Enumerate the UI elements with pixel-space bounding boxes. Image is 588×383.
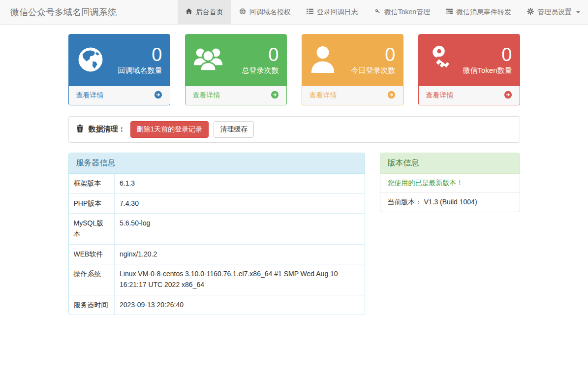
- row-label: 操作系统: [69, 264, 115, 295]
- view-details-link[interactable]: 查看详情: [302, 86, 403, 105]
- nav-item-admin-settings[interactable]: 管理员设置: [519, 0, 588, 24]
- nav-item-label: 微信Token管理: [384, 8, 430, 17]
- clear-cache-button[interactable]: 清理缓存: [214, 121, 254, 138]
- stat-label: 回调域名数量: [118, 66, 162, 75]
- stats-row: 0 回调域名数量 查看详情 0 总登录次数: [68, 34, 520, 105]
- users-icon: [193, 46, 223, 75]
- nav-item-dashboard[interactable]: 后台首页: [178, 0, 231, 24]
- nav-item-label: 管理员设置: [537, 8, 572, 17]
- row-value: nginx/1.20.2: [115, 244, 365, 264]
- info-row: 服务器信息 框架版本 6.1.3 PHP版本 7.4.30 MySQL版本 5.…: [68, 153, 520, 316]
- stat-panel-wechat-tokens: 0 微信Token数量 查看详情: [418, 34, 520, 105]
- server-info-title: 服务器信息: [69, 153, 365, 174]
- stat-label: 总登录次数: [242, 66, 279, 75]
- stat-value: 0: [351, 45, 396, 65]
- server-info-table: 框架版本 6.1.3 PHP版本 7.4.30 MySQL版本 5.6.50-l…: [69, 174, 365, 315]
- view-details-link[interactable]: 查看详情: [69, 86, 170, 105]
- arrow-circle-right-icon: [154, 91, 162, 100]
- stat-right: 0 总登录次数: [242, 45, 279, 76]
- stat-right: 0 微信Token数量: [463, 45, 512, 76]
- gear-icon: [527, 8, 534, 16]
- nav-item-label: 回调域名授权: [249, 8, 291, 17]
- table-row: 服务器时间 2023-09-13 20:26:40: [69, 295, 365, 315]
- view-details-label: 查看详情: [426, 91, 454, 100]
- top-navbar: 微信公众号多域名回调系统 后台首页 回调域名授权 登录回调日志 微信Token管…: [0, 0, 588, 25]
- globe-icon: [239, 8, 246, 16]
- stat-panel-callback-domains: 0 回调域名数量 查看详情: [68, 34, 170, 105]
- arrow-circle-right-icon: [271, 91, 279, 100]
- stat-value: 0: [118, 45, 162, 65]
- stat-right: 0 回调域名数量: [118, 45, 162, 76]
- row-label: MySQL版本: [69, 214, 115, 244]
- cleanup-label: 数据清理：: [89, 125, 125, 134]
- stat-heading: 0 今日登录次数: [302, 34, 403, 86]
- nav-item-label: 微信消息事件转发: [456, 8, 511, 17]
- stat-heading: 0 总登录次数: [186, 34, 286, 86]
- stat-label: 今日登录次数: [351, 66, 396, 75]
- arrow-circle-right-icon: [504, 91, 512, 100]
- row-label: 框架版本: [69, 174, 115, 193]
- key-icon: [426, 45, 456, 76]
- globe-icon: [76, 45, 105, 75]
- table-row: 操作系统 Linux VM-0-8-centos 3.10.0-1160.76.…: [69, 264, 365, 295]
- view-details-label: 查看详情: [76, 91, 104, 100]
- stat-label: 微信Token数量: [463, 66, 512, 75]
- nav-item-domain-auth[interactable]: 回调域名授权: [231, 0, 299, 24]
- home-icon: [186, 8, 192, 16]
- server-info-panel: 服务器信息 框架版本 6.1.3 PHP版本 7.4.30 MySQL版本 5.…: [68, 153, 365, 316]
- page-content: 0 回调域名数量 查看详情 0 总登录次数: [61, 34, 527, 315]
- row-value: Linux VM-0-8-centos 3.10.0-1160.76.1.el7…: [115, 264, 365, 295]
- arrow-circle-right-icon: [387, 91, 396, 100]
- table-row: WEB软件 nginx/1.20.2: [69, 244, 365, 264]
- tasks-icon: [446, 8, 453, 16]
- table-row: 框架版本 6.1.3: [69, 174, 365, 193]
- stat-heading: 0 回调域名数量: [69, 34, 170, 86]
- stat-panel-total-logins: 0 总登录次数 查看详情: [185, 34, 287, 105]
- version-latest-text: 您使用的已是最新版本！: [380, 174, 520, 193]
- nav-item-token-manage[interactable]: 微信Token管理: [366, 0, 438, 24]
- row-label: WEB软件: [69, 244, 115, 264]
- list-icon: [307, 8, 313, 16]
- view-details-link[interactable]: 查看详情: [186, 86, 286, 105]
- row-value: 6.1.3: [115, 174, 365, 193]
- stat-value: 0: [463, 45, 512, 65]
- key-icon: [374, 8, 381, 16]
- version-current-text: 当前版本： V1.3 (Build 1004): [380, 193, 520, 212]
- stat-value: 0: [242, 45, 279, 65]
- nav-item-label: 登录回调日志: [317, 8, 358, 17]
- nav-item-label: 后台首页: [196, 8, 223, 17]
- view-details-link[interactable]: 查看详情: [419, 86, 520, 105]
- row-value: 7.4.30: [115, 193, 365, 214]
- stat-heading: 0 微信Token数量: [419, 34, 520, 86]
- row-label: PHP版本: [69, 193, 115, 214]
- nav-item-login-log[interactable]: 登录回调日志: [299, 0, 366, 24]
- row-label: 服务器时间: [69, 295, 115, 315]
- user-icon: [309, 45, 336, 75]
- brand-title[interactable]: 微信公众号多域名回调系统: [3, 0, 124, 24]
- chevron-down-icon: [576, 11, 580, 13]
- nav-item-msg-forward[interactable]: 微信消息事件转发: [438, 0, 519, 24]
- row-value: 5.6.50-log: [115, 214, 365, 244]
- version-info-title: 版本信息: [380, 153, 520, 174]
- delete-old-logs-button[interactable]: 删除1天前的登录记录: [130, 121, 209, 138]
- row-value: 2023-09-13 20:26:40: [115, 295, 365, 315]
- data-cleanup-panel: 数据清理： 删除1天前的登录记录 清理缓存: [68, 116, 520, 143]
- main-nav: 后台首页 回调域名授权 登录回调日志 微信Token管理 微信消息事件转发: [178, 0, 588, 24]
- table-row: MySQL版本 5.6.50-log: [69, 214, 365, 244]
- trash-icon: [76, 125, 84, 134]
- stat-panel-today-logins: 0 今日登录次数 查看详情: [302, 34, 403, 105]
- table-row: PHP版本 7.4.30: [69, 193, 365, 214]
- view-details-label: 查看详情: [309, 91, 337, 100]
- version-info-panel: 版本信息 您使用的已是最新版本！ 当前版本： V1.3 (Build 1004): [380, 153, 520, 212]
- stat-right: 0 今日登录次数: [351, 45, 396, 76]
- view-details-label: 查看详情: [193, 91, 220, 100]
